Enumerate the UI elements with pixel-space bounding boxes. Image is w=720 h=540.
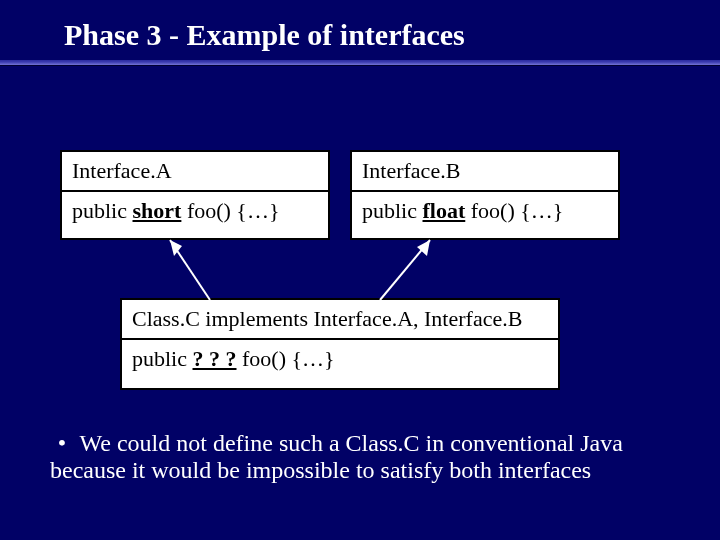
method-suffix: foo() {…} — [465, 198, 563, 223]
interface-a-header: Interface.A — [62, 152, 328, 192]
svg-line-0 — [170, 240, 210, 300]
method-prefix: public — [362, 198, 423, 223]
svg-marker-3 — [417, 240, 430, 256]
method-suffix: foo() {…} — [181, 198, 279, 223]
bullet-text: We could not define such a Class.C in co… — [50, 430, 623, 483]
svg-marker-1 — [170, 240, 182, 256]
svg-line-2 — [380, 240, 430, 300]
method-prefix: public — [132, 346, 193, 371]
interface-a-box: Interface.A public short foo() {…} — [60, 150, 330, 240]
method-suffix: foo() {…} — [237, 346, 335, 371]
interface-a-method: public short foo() {…} — [62, 192, 328, 230]
class-c-header: Class.C implements Interface.A, Interfac… — [122, 300, 558, 340]
slide-title: Phase 3 - Example of interfaces — [64, 18, 465, 52]
method-type: ? ? ? — [193, 346, 237, 371]
title-underline — [0, 60, 720, 66]
interface-b-header: Interface.B — [352, 152, 618, 192]
bullet-point: • We could not define such a Class.C in … — [50, 430, 650, 484]
interface-b-method: public float foo() {…} — [352, 192, 618, 230]
method-prefix: public — [72, 198, 133, 223]
method-type: float — [423, 198, 466, 223]
class-c-method: public ? ? ? foo() {…} — [122, 340, 558, 378]
class-c-box: Class.C implements Interface.A, Interfac… — [120, 298, 560, 390]
interface-b-box: Interface.B public float foo() {…} — [350, 150, 620, 240]
method-type: short — [133, 198, 182, 223]
bullet-marker: • — [50, 430, 74, 457]
